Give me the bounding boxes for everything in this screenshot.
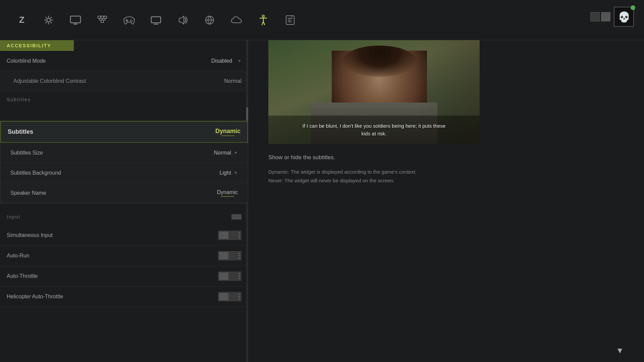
svg-point-8 (131, 21, 132, 22)
nav-z-icon[interactable]: Z (13, 12, 30, 28)
subtitles-header-row[interactable]: Subtitles Dynamic (0, 121, 248, 143)
auto-throttle-label: Auto-Throttle (7, 273, 38, 279)
subtitles-header-label: Subtitles (8, 128, 33, 135)
svg-point-9 (130, 20, 131, 21)
subtitles-background-value[interactable]: Light ▼ (219, 170, 238, 176)
description-primary: Show or hide the subtitles. (268, 154, 624, 161)
speaker-name-label: Speaker Name (10, 190, 46, 196)
character-hair (342, 46, 417, 77)
nav-gear-icon[interactable] (40, 12, 57, 28)
auto-run-label: Auto-Run (7, 253, 30, 259)
toggle-dots-4 (238, 294, 240, 300)
scroll-down-arrow[interactable]: ▼ (616, 346, 624, 355)
subtitles-value-container: Dynamic (215, 128, 240, 136)
svg-point-0 (47, 18, 50, 22)
subtitles-current-value: Dynamic (215, 128, 240, 135)
profile-area: 💀 (590, 7, 634, 27)
subtitles-size-value[interactable]: Normal ▼ (214, 150, 238, 156)
screenshot-subtitle-line1: If I can be blunt, I don't like you sold… (275, 122, 473, 130)
subtitles-background-current: Light (219, 170, 231, 176)
nav-square-1 (590, 12, 600, 21)
helicopter-auto-throttle-toggle[interactable] (218, 292, 241, 301)
helicopter-auto-throttle-label: Helicopter Auto-Throttle (7, 294, 63, 300)
toggle-dots-2 (238, 253, 240, 259)
subtitles-background-arrow: ▼ (234, 171, 238, 175)
subtitles-section-header: Subtitles (0, 91, 248, 108)
screenshot-subtitle-line2: kids at risk. (275, 130, 473, 138)
nav-display-icon[interactable] (67, 12, 84, 28)
helicopter-auto-throttle-row[interactable]: Helicopter Auto-Throttle (0, 287, 248, 307)
speaker-name-value[interactable]: Dynamic (217, 189, 238, 197)
subtitles-size-arrow: ▼ (234, 150, 238, 155)
subtitles-underline (221, 135, 234, 136)
simultaneous-input-toggle[interactable] (218, 231, 241, 240)
input-section-header: Input (0, 208, 248, 225)
speaker-name-current: Dynamic (217, 189, 238, 195)
colorblind-mode-value[interactable]: Disabled ▼ (211, 58, 241, 64)
nav-gamepad-icon[interactable] (121, 12, 138, 28)
colorblind-mode-arrow: ▼ (237, 59, 241, 63)
speaker-name-container: Dynamic (217, 189, 238, 197)
colorblind-contrast-current: Normal (224, 78, 241, 84)
svg-rect-10 (151, 17, 161, 23)
nav-audio-icon[interactable] (174, 12, 191, 28)
auto-run-toggle[interactable] (218, 251, 241, 260)
description-section: Show or hide the subtitles. Dynamic: The… (268, 144, 624, 195)
auto-throttle-toggle[interactable] (218, 272, 241, 281)
svg-text:C: C (291, 15, 293, 18)
colorblind-contrast-row[interactable]: Adjustable Colorblind Contrast Normal (0, 71, 248, 91)
svg-point-6 (131, 19, 132, 20)
subtitles-size-row[interactable]: Subtitles Size Normal ▼ (0, 143, 248, 163)
speaker-name-row[interactable]: Speaker Name Dynamic (0, 183, 248, 203)
toggle-knob-3 (219, 273, 228, 280)
subtitles-size-current: Normal (214, 150, 231, 156)
toggle-dots-3 (238, 273, 240, 279)
nav-cloud-icon[interactable] (228, 12, 245, 28)
input-section-label: Input (7, 214, 20, 220)
main-content: ACCESSIBILITY Colorblind Mode Disabled ▼… (0, 40, 644, 362)
settings-panel: ACCESSIBILITY Colorblind Mode Disabled ▼… (0, 40, 248, 362)
toggle-dots-1 (238, 232, 240, 238)
colorblind-mode-row[interactable]: Colorblind Mode Disabled ▼ (0, 51, 248, 71)
svg-point-7 (132, 20, 133, 21)
simultaneous-input-switch[interactable] (218, 231, 241, 240)
svg-rect-5 (101, 20, 104, 22)
game-screenshot: If I can be blunt, I don't like you sold… (268, 40, 480, 144)
auto-run-switch[interactable] (218, 251, 241, 260)
screenshot-overlay: If I can be blunt, I don't like you sold… (268, 116, 480, 144)
section-header-label: ACCESSIBILITY (7, 43, 51, 48)
svg-point-12 (262, 15, 264, 17)
colorblind-contrast-value[interactable]: Normal (224, 78, 241, 84)
section-header: ACCESSIBILITY (0, 40, 74, 51)
helicopter-auto-throttle-switch[interactable] (218, 292, 241, 301)
subtitles-background-label: Subtitles Background (10, 170, 61, 176)
nav-monitor-icon[interactable] (148, 12, 164, 28)
svg-rect-3 (101, 16, 104, 18)
nav-network-icon[interactable] (94, 12, 111, 28)
subtitles-size-label: Subtitles Size (10, 150, 43, 156)
svg-rect-1 (70, 16, 80, 23)
svg-rect-4 (104, 16, 107, 18)
input-section-toggle (231, 214, 241, 220)
auto-run-row[interactable]: Auto-Run (0, 246, 248, 266)
speaker-name-underline (221, 196, 234, 197)
colorblind-mode-current: Disabled (211, 58, 232, 64)
profile-avatar[interactable]: 💀 (614, 7, 634, 27)
subtitles-dropdown[interactable]: Subtitles Dynamic Subtitles Size Normal … (0, 121, 248, 203)
auto-throttle-row[interactable]: Auto-Throttle (0, 266, 248, 287)
info-panel: If I can be blunt, I don't like you sold… (248, 40, 644, 362)
toggle-knob-4 (219, 293, 228, 300)
colorblind-mode-label: Colorblind Mode (7, 58, 46, 64)
nav-accessibility-icon[interactable] (255, 12, 272, 28)
online-indicator (631, 5, 635, 10)
subtitles-background-row[interactable]: Subtitles Background Light ▼ (0, 163, 248, 183)
input-section-controls (231, 214, 241, 220)
description-secondary-line1: Dynamic: The widget is displayed accordi… (268, 168, 624, 176)
nav-credits-icon[interactable]: C (282, 12, 299, 28)
simultaneous-input-row[interactable]: Simultaneous Input (0, 225, 248, 246)
auto-throttle-switch[interactable] (218, 272, 241, 281)
simultaneous-input-label: Simultaneous Input (7, 232, 53, 238)
nav-squares (590, 12, 610, 21)
nav-language-icon[interactable] (201, 12, 218, 28)
nav-square-2 (601, 12, 610, 21)
